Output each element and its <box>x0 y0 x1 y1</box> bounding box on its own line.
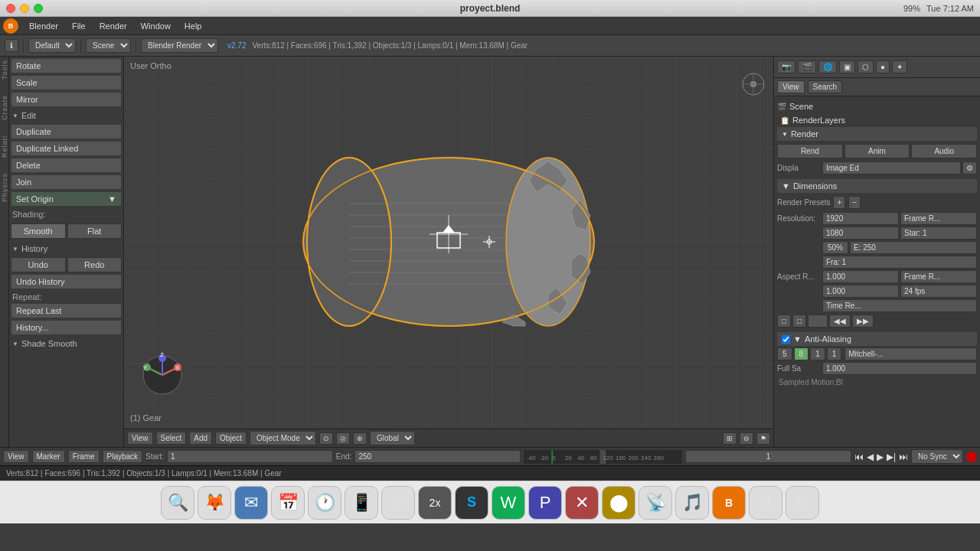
search-tab[interactable]: Search <box>808 80 843 93</box>
edit-section-header[interactable]: ▼ Edit <box>11 109 122 122</box>
duplicate-linked-button[interactable]: Duplicate Linked <box>11 141 122 156</box>
image-ed-settings[interactable]: ⚙ <box>962 161 977 174</box>
aspect-x[interactable]: 1.000 <box>822 270 899 283</box>
timeline-numbers[interactable]: -40 -20 0 20 40 80 120 160 200 240 280 <box>524 450 682 464</box>
presets-add[interactable]: + <box>833 196 845 209</box>
dock-firefox[interactable]: 🦊 <box>198 486 231 520</box>
tl-end-val[interactable]: 250 <box>354 450 521 463</box>
menu-help[interactable]: Help <box>178 20 208 32</box>
dock-s[interactable]: S <box>455 486 488 520</box>
dock-network[interactable]: 📡 <box>639 486 672 520</box>
smooth-button[interactable]: Smooth <box>11 223 66 239</box>
view-type-btn[interactable]: ⊙ <box>319 432 333 445</box>
dock-finder[interactable]: 🔍 <box>161 486 194 520</box>
rpanel-mat-icon[interactable]: ● <box>876 60 890 73</box>
tl-play[interactable]: ▶ <box>877 452 884 462</box>
dock-trash[interactable]: 🗑 <box>786 486 819 520</box>
dock-system-prefs[interactable]: ⚙ <box>381 486 415 520</box>
dock-x[interactable]: ✕ <box>565 486 599 520</box>
rpanel-world-icon[interactable]: 🌐 <box>818 60 837 73</box>
history-button[interactable]: History... <box>11 320 122 335</box>
menu-file[interactable]: File <box>66 20 92 32</box>
tl-current[interactable]: 1 <box>685 450 851 463</box>
rpanel-object-icon[interactable]: ▣ <box>839 60 855 73</box>
dock-o[interactable]: ⬤ <box>602 486 635 520</box>
dock-calendar[interactable]: 📅 <box>271 486 305 520</box>
res-height[interactable]: 1080 <box>822 227 899 240</box>
vt-select-btn[interactable]: Select <box>156 432 187 445</box>
record-button[interactable] <box>966 452 977 462</box>
dock-music[interactable]: 🎵 <box>675 486 709 520</box>
render-layers-row[interactable]: 📋 RenderLayers <box>777 113 977 127</box>
overlay-btn[interactable]: ⚑ <box>756 432 770 445</box>
maximize-button[interactable] <box>34 4 43 13</box>
rpanel-scene-icon[interactable]: 🎬 <box>798 60 816 73</box>
minimize-button[interactable] <box>20 4 29 13</box>
shade-smooth-header[interactable]: ▼ Shade Smooth <box>11 337 122 350</box>
vt-view-btn[interactable]: View <box>127 432 153 445</box>
mode-select[interactable]: Object Mode <box>250 431 316 445</box>
aa-num-4[interactable]: 1 <box>827 347 842 360</box>
anti-aliasing-header[interactable]: ▼ Anti-Aliasing <box>777 332 977 346</box>
render-section-header[interactable]: ▼ Render <box>777 127 977 141</box>
close-button[interactable] <box>6 4 15 13</box>
dock-blender2[interactable]: B <box>712 486 746 520</box>
full-sample-value[interactable]: 1.000 <box>822 362 977 375</box>
sync-select[interactable]: No Sync <box>911 449 963 464</box>
percent-value[interactable]: 50% <box>822 241 848 254</box>
dock-iphone[interactable]: 📱 <box>345 486 378 520</box>
presets-remove[interactable]: − <box>848 196 861 209</box>
aspect-y[interactable]: 1.000 <box>822 285 899 298</box>
prop-btn[interactable]: ⊖ <box>740 432 753 445</box>
global-select[interactable]: Global <box>370 431 415 445</box>
tl-view-btn[interactable]: View <box>3 450 29 463</box>
tl-marker-btn[interactable]: Marker <box>32 450 65 463</box>
tl-jump-start[interactable]: ⏮ <box>854 452 864 462</box>
tl-playback-btn[interactable]: Playback <box>103 450 143 463</box>
aa-checkbox[interactable] <box>782 335 790 344</box>
dimensions-header[interactable]: ▼ Dimensions <box>777 179 977 193</box>
view-mode-btn[interactable]: ◎ <box>336 432 350 445</box>
pivot-btn[interactable]: ⊕ <box>353 432 367 445</box>
res-width[interactable]: 1920 <box>822 212 899 225</box>
aa-num-1[interactable]: 5 <box>777 347 792 360</box>
redo-button[interactable]: Redo <box>67 257 122 272</box>
delete-button[interactable]: Delete <box>11 158 122 173</box>
rpanel-render-icon[interactable]: 📷 <box>777 60 795 73</box>
rpanel-mesh-icon[interactable]: ⬡ <box>858 60 874 73</box>
aa-mitchell[interactable]: Mitchell-... <box>844 347 977 360</box>
view-tab[interactable]: View <box>777 80 805 93</box>
rotate-button[interactable]: Rotate <box>11 58 122 73</box>
tl-start-val[interactable]: 1 <box>167 450 333 463</box>
fps-value[interactable]: 24 fps <box>900 285 977 298</box>
history-section-header[interactable]: ▼ History <box>11 242 122 256</box>
image-ed-value[interactable]: Image Ed <box>822 161 961 174</box>
dock-p[interactable]: P <box>528 486 562 520</box>
menu-blender[interactable]: Blender <box>23 20 64 32</box>
repeat-last-button[interactable]: Repeat Last <box>11 303 122 318</box>
viewport-3d[interactable]: User Ortho <box>124 57 773 429</box>
vt-add-btn[interactable]: Add <box>189 432 212 445</box>
snap-btn[interactable]: ⊞ <box>723 432 737 445</box>
join-button[interactable]: Join <box>11 174 122 190</box>
aa-num-2[interactable]: 8 <box>794 347 809 360</box>
rpanel-part-icon[interactable]: ✦ <box>892 60 907 73</box>
tl-prev-frame[interactable]: ◀ <box>867 452 874 462</box>
toolbar-info[interactable]: ℹ <box>5 39 18 52</box>
dock-mail[interactable]: ✉ <box>234 486 268 520</box>
mirror-button[interactable]: Mirror <box>11 92 122 107</box>
scene-select[interactable]: Scene <box>86 38 131 53</box>
menu-render[interactable]: Render <box>93 20 133 32</box>
audio-button[interactable]: Audio <box>911 144 977 158</box>
anim-button[interactable]: Anim <box>844 144 910 158</box>
menu-window[interactable]: Window <box>135 20 177 32</box>
duplicate-button[interactable]: Duplicate <box>11 124 122 139</box>
aa-num-3[interactable]: 1 <box>810 347 825 360</box>
undo-button[interactable]: Undo <box>11 257 66 272</box>
tl-next-frame[interactable]: ▶| <box>887 452 896 462</box>
tl-frame-btn[interactable]: Frame <box>68 450 100 463</box>
vt-object-btn[interactable]: Object <box>215 432 247 445</box>
tl-jump-end[interactable]: ⏭ <box>899 452 908 462</box>
set-origin-button[interactable]: Set Origin ▼ <box>11 191 122 207</box>
dock-2x[interactable]: 2x <box>418 486 452 520</box>
